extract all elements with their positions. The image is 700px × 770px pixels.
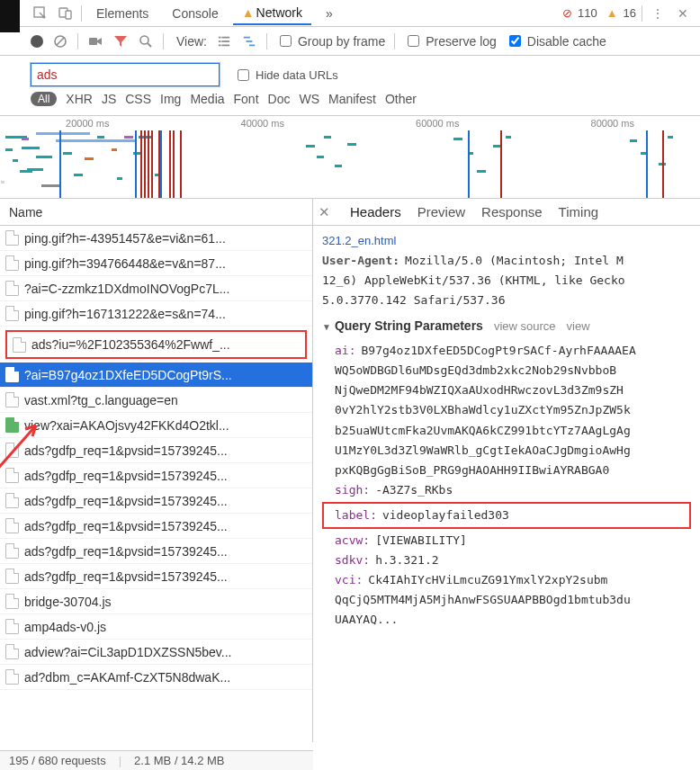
- waterfall-bar: [335, 165, 342, 167]
- document-file-icon: [5, 392, 19, 407]
- request-row[interactable]: ads?gdfp_req=1&pvsid=15739245...: [0, 488, 312, 514]
- view-source-link[interactable]: view source: [494, 317, 556, 336]
- camera-icon[interactable]: [87, 33, 103, 49]
- svg-rect-12: [219, 44, 221, 46]
- tab-elements[interactable]: Elements: [87, 3, 157, 24]
- tabs-overflow[interactable]: »: [317, 3, 342, 24]
- document-file-icon: [5, 518, 19, 533]
- svg-rect-13: [221, 44, 229, 46]
- param-value: -A3Z7s_RKbs: [375, 483, 453, 497]
- request-name: ads?gdfp_req=1&pvsid=15739245...: [24, 469, 228, 483]
- clear-button[interactable]: [52, 33, 68, 49]
- type-filter-media[interactable]: Media: [190, 92, 224, 106]
- request-name: ads?gdfp_req=1&pvsid=15739245...: [24, 569, 228, 584]
- waterfall-bar: [317, 156, 324, 158]
- view-decoded-link[interactable]: view: [567, 317, 590, 336]
- type-filter-xhr[interactable]: XHR: [66, 92, 93, 106]
- waterfall-bar: [477, 170, 486, 173]
- request-name: ping.gif?h=394766448&e=v&n=87...: [24, 256, 226, 271]
- document-file-icon: [13, 337, 26, 353]
- preserve-log-checkbox[interactable]: Preserve log: [404, 32, 497, 49]
- filter-input[interactable]: [31, 63, 220, 86]
- document-file-icon: [5, 493, 19, 508]
- document-file-icon: [5, 468, 19, 483]
- request-row[interactable]: ad?dbm_c=AKAmf-CzXT5N8dwaK...: [0, 665, 312, 690]
- waterfall-event-line: [135, 130, 137, 198]
- view-list-icon[interactable]: [216, 33, 232, 49]
- request-row[interactable]: ?ai=B97g4oz1DXfeED5DCogPt9rS...: [0, 363, 312, 388]
- request-row[interactable]: ads?gdfp_req=1&pvsid=15739245...: [0, 438, 312, 463]
- type-filter-other[interactable]: Other: [385, 92, 417, 106]
- param-value: QqCjQ5MTM4MjA5MjhAnwFSGSUAAPBBOgd1bmtub3…: [335, 593, 631, 606]
- request-row[interactable]: ping.gif?h=167131222&e=s&n=74...: [0, 301, 312, 327]
- param-value: WQ5oWDBGDl6uMDsgEQd3dmb2xkc2Nob29sNvbboB: [335, 363, 616, 377]
- status-counts[interactable]: ⊘110 ▲16: [562, 6, 636, 20]
- request-row[interactable]: adview?ai=CiL3apD1DXZSSN5bev...: [0, 640, 312, 665]
- document-file-icon: [5, 619, 19, 634]
- param-value: [VIEWABILITY]: [375, 533, 467, 547]
- param-key: label:: [335, 508, 377, 522]
- filter-icon[interactable]: [112, 33, 129, 49]
- type-filter-manifest[interactable]: Manifest: [328, 92, 376, 106]
- param-value: b25uaWUtcmFka2UvmAKQA6kCZ991btcYTz7AAgLg…: [335, 424, 631, 437]
- waterfall-bar: [117, 177, 122, 180]
- request-row[interactable]: bridge-30704.js: [0, 589, 312, 614]
- type-filter-all[interactable]: All: [31, 92, 57, 106]
- hide-data-urls-checkbox[interactable]: Hide data URLs: [234, 67, 338, 84]
- waterfall-overview[interactable]: 20000 ms 40000 ms 60000 ms 80000 ms: [0, 116, 700, 199]
- detail-tab-response[interactable]: Response: [480, 201, 544, 222]
- waterfall-bar: [124, 136, 133, 139]
- record-button[interactable]: [31, 35, 43, 48]
- detail-tab-headers[interactable]: Headers: [348, 201, 403, 222]
- search-icon[interactable]: [138, 33, 154, 49]
- detail-tab-preview[interactable]: Preview: [416, 201, 467, 222]
- request-row[interactable]: vast.xml?tg_c.language=en: [0, 388, 312, 413]
- name-column-header[interactable]: Name: [0, 199, 312, 226]
- request-row[interactable]: ?ai=C-zzmkz1DXdmoINOVogPc7L...: [0, 276, 312, 301]
- image-file-icon: [5, 417, 19, 433]
- inspect-icon[interactable]: [31, 4, 50, 23]
- disclosure-icon[interactable]: ▼: [322, 322, 331, 332]
- kebab-menu-icon[interactable]: ⋮: [648, 4, 668, 23]
- request-row[interactable]: ads?gdfp_req=1&pvsid=15739245...: [0, 514, 312, 539]
- group-by-frame-checkbox[interactable]: Group by frame: [276, 32, 385, 49]
- tab-console[interactable]: Console: [163, 3, 227, 24]
- request-name: ads?gdfp_req=1&pvsid=15739245...: [24, 544, 228, 559]
- detail-tab-timing[interactable]: Timing: [557, 201, 600, 222]
- type-filter-img[interactable]: Img: [160, 92, 181, 106]
- query-param: QqCjQ5MTM4MjA5MjhAnwFSGSUAAPBBOgd1bmtub3…: [322, 590, 691, 610]
- close-details-icon[interactable]: ✕: [319, 204, 330, 220]
- request-row[interactable]: ads?gdfp_req=1&pvsid=15739245...: [0, 463, 312, 488]
- type-filter-css[interactable]: CSS: [125, 92, 151, 106]
- request-row[interactable]: amp4ads-v0.js: [0, 614, 312, 640]
- waterfall-bar: [506, 136, 511, 139]
- request-row[interactable]: ping.gif?h=394766448&e=v&n=87...: [0, 251, 312, 276]
- waterfall-event-line: [160, 130, 162, 198]
- type-filter-ws[interactable]: WS: [299, 92, 319, 106]
- tab-network[interactable]: ▲Network: [233, 2, 311, 25]
- wf-tick: 20000 ms: [66, 118, 109, 129]
- request-row[interactable]: ads?iu=%2F102355364%2Fwwf_...: [7, 332, 305, 357]
- document-file-icon: [5, 281, 19, 296]
- type-filter-font[interactable]: Font: [234, 92, 259, 106]
- waterfall-bar: [36, 156, 52, 158]
- waterfall-bar: [1, 181, 4, 184]
- waterfall-event-line: [169, 130, 171, 198]
- request-row[interactable]: ads?gdfp_req=1&pvsid=15739245...: [0, 564, 312, 589]
- param-key: sdkv:: [335, 553, 370, 567]
- device-toggle-icon[interactable]: [56, 4, 76, 23]
- query-param: label:videoplayfailed303: [322, 502, 691, 529]
- disable-cache-checkbox[interactable]: Disable cache: [506, 32, 606, 49]
- request-row[interactable]: ads?gdfp_req=1&pvsid=15739245...: [0, 539, 312, 564]
- query-param: NjQweDM2MF94bWZIQXaAUxodHRwczovL3d3Zm9sZ…: [322, 381, 691, 400]
- type-filter-js[interactable]: JS: [102, 92, 116, 106]
- request-row[interactable]: ping.gif?h=-43951457&e=vi&n=61...: [0, 226, 312, 251]
- user-agent-value: Mozilla/5.0 (Macintosh; Intel M: [405, 254, 624, 267]
- error-icon: ⊘: [562, 6, 572, 20]
- close-icon[interactable]: ✕: [673, 4, 693, 23]
- type-filter-doc[interactable]: Doc: [268, 92, 291, 106]
- view-waterfall-icon[interactable]: [241, 33, 257, 49]
- document-file-icon: [5, 255, 19, 271]
- user-agent-label: User-Agent:: [322, 254, 399, 267]
- request-row[interactable]: view?xai=AKAOjsvy42FKKd4O2tkl...: [0, 413, 312, 438]
